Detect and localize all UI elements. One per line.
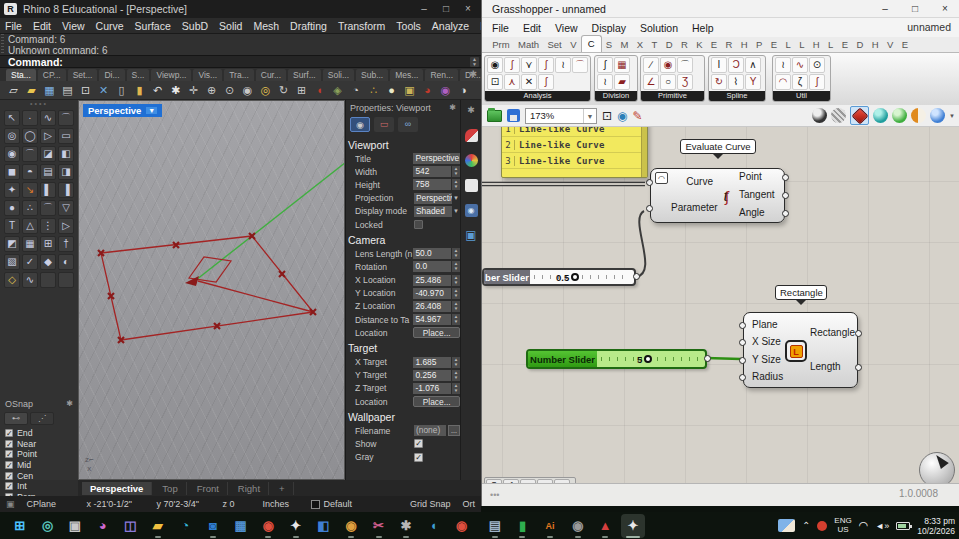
- sidebar-tool-icon-8[interactable]: ◉: [4, 146, 20, 162]
- gh-category-tab-10-r[interactable]: R: [677, 38, 692, 52]
- gh-category-tab-12-e[interactable]: E: [707, 38, 722, 52]
- osnap-checkbox-end[interactable]: ✓: [5, 429, 13, 437]
- palette-component-icon-analysis-3[interactable]: ʃ: [538, 57, 554, 73]
- start-icon[interactable]: ⊞: [8, 514, 32, 538]
- sidebar-tool-icon-31[interactable]: †: [58, 236, 74, 252]
- strip-gear-icon[interactable]: ✱: [465, 104, 478, 117]
- sidebar-tool-icon-6[interactable]: ▷: [40, 128, 56, 144]
- sidebar-tool-icon-23[interactable]: ▽: [58, 200, 74, 216]
- palette-component-icon-primitive-3[interactable]: ∠: [643, 74, 659, 90]
- gh-maximize-button[interactable]: □: [900, 0, 930, 18]
- link-properties-tab[interactable]: ∞: [398, 117, 418, 132]
- property-value-projection[interactable]: Perspective: [414, 193, 452, 204]
- zoom-extents-icon[interactable]: ⊡: [602, 108, 612, 124]
- toolbar-tab-vis[interactable]: Vis...: [193, 69, 222, 81]
- toolbar-tab-s[interactable]: S...: [127, 69, 150, 81]
- gh-category-tab-5-s[interactable]: S: [602, 38, 617, 52]
- palette-component-icon-analysis-9[interactable]: ʃ: [538, 74, 554, 90]
- gh-menu-help[interactable]: Help: [692, 22, 714, 34]
- palette-component-icon-analysis-0[interactable]: ◉: [487, 57, 503, 73]
- save-document-icon[interactable]: [507, 109, 520, 122]
- sidebar-tool-icon-20[interactable]: ●: [4, 200, 20, 216]
- gh-category-tab-16-e[interactable]: E: [767, 38, 782, 52]
- lock-icon[interactable]: ▣: [402, 83, 417, 98]
- gh-category-tab-3-v[interactable]: V: [566, 38, 581, 52]
- grasshopper-titlebar[interactable]: Grasshopper - unnamed – □ ×: [482, 0, 959, 18]
- evaluate-curve-output-tangent[interactable]: Tangent: [739, 188, 775, 202]
- sidebar-tool-icon-16[interactable]: ✦: [4, 182, 20, 198]
- open-file-icon[interactable]: ▰: [24, 83, 39, 98]
- osnap-item-end[interactable]: ✓End: [0, 428, 78, 439]
- palette-component-icon-util-4[interactable]: ζ: [792, 74, 808, 90]
- palette-component-icon-spline-4[interactable]: ⌇: [728, 74, 744, 90]
- gh-category-tab-13-r[interactable]: R: [721, 38, 736, 52]
- evaluate-curve-output-nub-angle[interactable]: [782, 210, 789, 217]
- sidebar-tool-icon-34[interactable]: ◆: [40, 254, 56, 270]
- rhino-menu-surface[interactable]: Surface: [135, 20, 171, 32]
- status-ortho[interactable]: Ort: [457, 499, 482, 509]
- sidebar-tool-icon-24[interactable]: T: [4, 218, 20, 234]
- rectangle-input-x-size[interactable]: X Size: [752, 335, 781, 349]
- display-red-gem-icon[interactable]: [850, 106, 869, 125]
- palette-component-icon-util-3[interactable]: ◠: [775, 74, 791, 90]
- sidebar-tool-icon-30[interactable]: ⊞: [40, 236, 56, 252]
- vscode-icon[interactable]: ◖: [422, 514, 446, 538]
- layer-color-swatch[interactable]: [311, 500, 320, 509]
- arc-icon[interactable]: ◔: [348, 83, 363, 98]
- strip-named-views-icon[interactable]: ◉: [465, 204, 478, 217]
- osnap-tab-snaps[interactable]: ⊷: [4, 412, 28, 425]
- zoom-level-combo[interactable]: 173% ▼: [525, 108, 597, 124]
- sidebar-tool-icon-33[interactable]: ✓: [22, 254, 38, 270]
- calculator-icon[interactable]: ▦: [229, 514, 253, 538]
- undo-icon[interactable]: ↶: [150, 83, 165, 98]
- sidebar-tool-icon-3[interactable]: ⌒: [58, 110, 74, 126]
- slider-top-track[interactable]: 0.5: [530, 270, 634, 284]
- sidebar-tool-icon-14[interactable]: ▤: [40, 164, 56, 180]
- canvas-compass[interactable]: [919, 452, 955, 483]
- property-checkbox-show[interactable]: ✓: [414, 439, 423, 448]
- zoom-selected-icon[interactable]: ◉: [240, 83, 255, 98]
- gh-category-tab-0-prm[interactable]: Prm: [488, 38, 514, 52]
- property-checkbox-gray[interactable]: ✓: [414, 453, 423, 462]
- sidebar-tool-icon-37[interactable]: ∿: [22, 272, 38, 288]
- gh-category-tab-2-set[interactable]: Set: [543, 38, 566, 52]
- outlook-icon[interactable]: ◙: [201, 514, 225, 538]
- property-value-width[interactable]: 542: [413, 166, 451, 177]
- sidebar-tool-icon-36[interactable]: ◇: [4, 272, 20, 288]
- evaluate-curve-output-point[interactable]: Point: [739, 170, 762, 184]
- property-value-x-location[interactable]: 25.486: [413, 275, 451, 286]
- osnap-item-point[interactable]: ✓Point: [0, 449, 78, 460]
- gh-close-button[interactable]: ×: [930, 0, 959, 18]
- property-spinner-width[interactable]: ▲▼: [452, 166, 460, 177]
- grasshopper-canvas[interactable]: 1Line-like Curve2Line-like Curve3Line-li…: [482, 127, 959, 483]
- gh-category-tab-4-c[interactable]: C: [581, 35, 602, 52]
- search-icon[interactable]: ◎: [35, 514, 59, 538]
- palette-component-icon-primitive-1[interactable]: ◉: [660, 57, 676, 73]
- sidebar-tool-icon-11[interactable]: ◧: [58, 146, 74, 162]
- palette-component-icon-analysis-1[interactable]: ʃ: [504, 57, 520, 73]
- rhino-black-icon[interactable]: ✦: [284, 514, 308, 538]
- gh-category-tab-20-l[interactable]: L: [824, 38, 838, 52]
- rectangle-output-length[interactable]: Length: [810, 360, 841, 374]
- chrome-icon-2[interactable]: ◉: [339, 514, 363, 538]
- command-input[interactable]: Command: ▲▼: [0, 55, 481, 68]
- green-app-icon[interactable]: ▮: [510, 514, 534, 538]
- number-slider-top[interactable]: ber Slider 0.5: [482, 268, 636, 286]
- viewport-tab-top[interactable]: Top: [154, 482, 186, 495]
- palette-component-icon-util-5[interactable]: ʃ: [809, 74, 825, 90]
- lamp-icon[interactable]: ●: [384, 83, 399, 98]
- palette-component-icon-spline-5[interactable]: Y: [745, 74, 761, 90]
- zoom-extents-icon[interactable]: ◎: [258, 83, 273, 98]
- rhino-titlebar[interactable]: R Rhino 8 Educational - [Perspective] – …: [0, 0, 481, 18]
- copy-icon[interactable]: ▯: [114, 83, 129, 98]
- sidebar-tool-icon-29[interactable]: ▦: [22, 236, 38, 252]
- rectangle-input-nub-radius[interactable]: [739, 374, 746, 381]
- rhino-menu-edit[interactable]: Edit: [33, 20, 51, 32]
- property-checkbox-locked[interactable]: [414, 220, 423, 229]
- tray-photo-thumbnail[interactable]: [778, 519, 795, 532]
- rhino-menu-tools[interactable]: Tools: [396, 20, 421, 32]
- property-dropdown-icon-display-mode[interactable]: ▼: [452, 206, 460, 217]
- palette-group-label-spline[interactable]: Spline: [709, 91, 765, 101]
- gh-category-tab-14-h[interactable]: H: [737, 38, 752, 52]
- toolbar-tab-ren[interactable]: Ren...: [425, 69, 458, 81]
